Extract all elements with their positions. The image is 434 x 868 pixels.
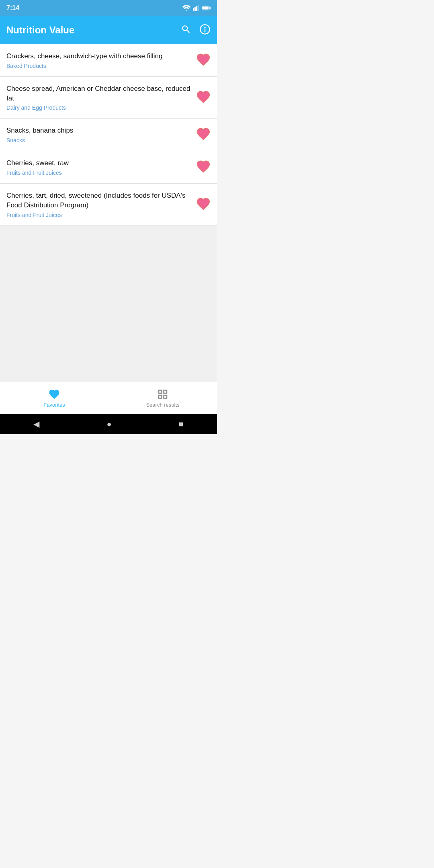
battery-icon	[202, 5, 211, 11]
svg-rect-2	[196, 6, 197, 11]
nav-favorites[interactable]: Favorites	[0, 382, 108, 414]
svg-rect-3	[198, 5, 199, 11]
food-info: Cherries, tart, dried, sweetened (Includ…	[6, 191, 191, 218]
food-name: Crackers, cheese, sandwich-type with che…	[6, 51, 191, 61]
heart-icon	[196, 197, 211, 211]
favorite-button[interactable]	[196, 159, 211, 175]
recent-button[interactable]: ■	[178, 420, 183, 429]
back-button[interactable]: ◀	[33, 419, 39, 429]
svg-rect-5	[202, 6, 209, 9]
food-category: Fruits and Fruit Juices	[6, 212, 191, 218]
food-item[interactable]: Cherries, sweet, raw Fruits and Fruit Ju…	[0, 151, 217, 184]
favorite-button[interactable]	[196, 197, 211, 213]
food-name: Cheese spread, American or Cheddar chees…	[6, 84, 191, 103]
nav-search-results[interactable]: Search results	[108, 382, 217, 414]
info-icon	[199, 24, 211, 35]
bottom-nav: Favorites Search results	[0, 382, 217, 414]
search-icon	[181, 24, 191, 35]
android-nav-bar: ◀ ● ■	[0, 414, 217, 434]
heart-icon	[196, 52, 211, 67]
app-title: Nutrition Value	[6, 25, 74, 36]
food-info: Crackers, cheese, sandwich-type with che…	[6, 51, 191, 69]
food-category: Baked Products	[6, 63, 191, 69]
food-name: Cherries, tart, dried, sweetened (Includ…	[6, 191, 191, 210]
food-info: Cherries, sweet, raw Fruits and Fruit Ju…	[6, 158, 191, 176]
info-button[interactable]	[199, 24, 211, 37]
favorites-label: Favorites	[43, 402, 65, 408]
home-button[interactable]: ●	[106, 420, 111, 429]
food-category: Dairy and Egg Products	[6, 104, 191, 111]
food-item[interactable]: Cherries, tart, dried, sweetened (Includ…	[0, 184, 217, 226]
svg-rect-0	[193, 8, 194, 11]
food-name: Cherries, sweet, raw	[6, 158, 191, 168]
svg-rect-6	[210, 7, 211, 9]
food-info: Snacks, banana chips Snacks	[6, 126, 191, 143]
status-icons	[182, 5, 211, 11]
svg-rect-1	[194, 7, 196, 11]
favorite-button[interactable]	[196, 90, 211, 106]
food-category: Fruits and Fruit Juices	[6, 170, 191, 176]
app-bar-icons	[181, 24, 211, 37]
food-item[interactable]: Snacks, banana chips Snacks	[0, 119, 217, 151]
food-list: Crackers, cheese, sandwich-type with che…	[0, 44, 217, 226]
search-button[interactable]	[181, 24, 191, 36]
signal-icon	[193, 5, 199, 11]
app-bar: Nutrition Value	[0, 16, 217, 44]
favorites-heart-icon	[48, 388, 60, 400]
wifi-icon	[182, 5, 190, 11]
status-bar: 7:14	[0, 0, 217, 16]
status-time: 7:14	[6, 4, 19, 12]
favorite-button[interactable]	[196, 127, 211, 143]
heart-icon	[196, 90, 211, 104]
food-category: Snacks	[6, 137, 191, 143]
food-item[interactable]: Crackers, cheese, sandwich-type with che…	[0, 44, 217, 77]
food-item[interactable]: Cheese spread, American or Cheddar chees…	[0, 77, 217, 119]
favorite-button[interactable]	[196, 52, 211, 68]
search-results-label: Search results	[146, 402, 179, 408]
food-info: Cheese spread, American or Cheddar chees…	[6, 84, 191, 111]
heart-icon	[196, 127, 211, 141]
food-name: Snacks, banana chips	[6, 126, 191, 135]
search-results-icon	[157, 388, 169, 400]
heart-icon	[196, 159, 211, 174]
